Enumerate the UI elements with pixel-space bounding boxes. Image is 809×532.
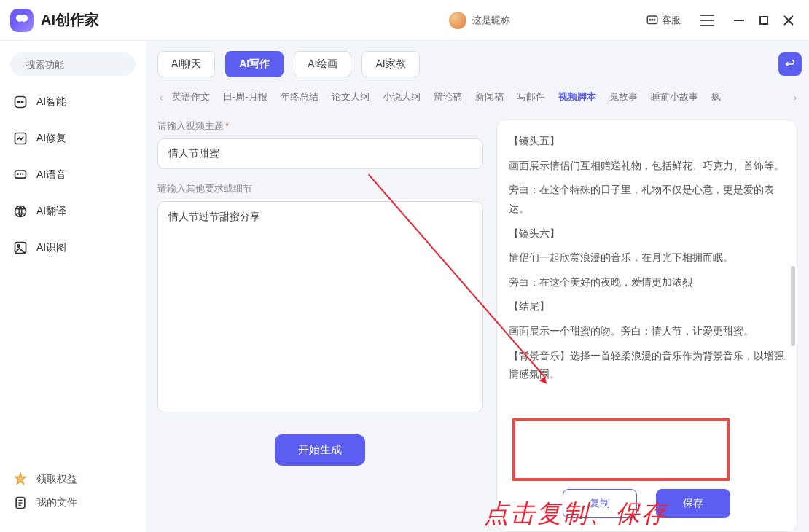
sidebar-bottom-label: 领取权益 <box>36 473 77 486</box>
detail-label: 请输入其他要求或细节 <box>157 182 483 195</box>
support-button[interactable]: 客服 <box>641 11 685 30</box>
sidebar-item-label: AI修复 <box>36 132 66 145</box>
subtab-9[interactable]: 鬼故事 <box>609 87 638 106</box>
nav-icon <box>13 204 28 219</box>
sidebar-bottom-item-1[interactable]: 我的文件 <box>10 491 136 515</box>
svg-point-3 <box>654 19 655 20</box>
app-name: AI创作家 <box>41 10 99 30</box>
sidebar-item-label: AI智能 <box>36 95 66 109</box>
nav-icon <box>13 240 28 255</box>
sidebar-item-2[interactable]: AI语音 <box>10 163 136 187</box>
output-line: 【结尾】 <box>509 297 785 316</box>
nav-icon <box>13 168 28 182</box>
chat-icon <box>646 14 659 27</box>
subtab-11[interactable]: 疯 <box>711 87 721 106</box>
menu-icon[interactable] <box>700 15 714 26</box>
output-line: 画面展示情侣们互相赠送礼物，包括鲜花、巧克力、首饰等。 <box>509 157 785 176</box>
close-icon <box>783 15 794 26</box>
maximize-button[interactable] <box>754 10 774 31</box>
detail-textarea[interactable] <box>157 201 483 412</box>
send-button[interactable] <box>778 52 802 76</box>
scrollbar-thumb[interactable] <box>791 266 795 346</box>
nav-list: AI智能AI修复AI语音AI翻译AI识图 <box>10 90 136 259</box>
subtabs-list: 英语作文日-周-月报年终总结论文大纲小说大纲辩论稿新闻稿写邮件视频脚本鬼故事睡前… <box>172 87 784 106</box>
output-line: 画面展示一个甜蜜的吻。旁白：情人节，让爱更甜蜜。 <box>509 322 785 341</box>
subtab-8[interactable]: 视频脚本 <box>558 87 596 106</box>
support-label: 客服 <box>662 14 681 27</box>
titlebar: AI创作家 这是昵称 客服 <box>0 0 809 41</box>
theme-label: 请输入视频主题* <box>157 120 483 133</box>
sidebar-bottom: 领取权益我的文件 <box>10 468 136 520</box>
nav-icon <box>13 95 28 109</box>
output-line: 【背景音乐】选择一首轻柔浪漫的音乐作为背景音乐，以增强情感氛围。 <box>509 347 785 384</box>
minimize-button[interactable] <box>729 10 749 31</box>
sidebar-item-label: AI翻译 <box>36 205 66 218</box>
output-line: 【镜头五】 <box>509 132 785 151</box>
tab-3[interactable]: AI家教 <box>361 51 419 77</box>
search-input[interactable] <box>26 59 149 70</box>
app-logo <box>10 9 34 32</box>
sidebar-item-4[interactable]: AI识图 <box>10 236 136 259</box>
output-line: 【镜头六】 <box>509 224 785 243</box>
tab-2[interactable]: AI绘画 <box>294 51 351 77</box>
copy-button[interactable]: 复制 <box>563 489 637 518</box>
svg-point-2 <box>652 19 653 20</box>
output-line: 情侣们一起欣赏浪漫的音乐，在月光下相拥而眠。 <box>509 249 785 267</box>
tab-1[interactable]: AI写作 <box>225 51 284 77</box>
sidebar-item-3[interactable]: AI翻译 <box>10 200 136 223</box>
content-row: 请输入视频主题* 请输入其他要求或细节 开始生成 【镜头五】 画面展示情侣们互相… <box>155 106 805 532</box>
subtab-10[interactable]: 睡前小故事 <box>651 87 698 106</box>
tabs-row: AI聊天AI写作AI绘画AI家教 <box>155 51 805 77</box>
nickname-label: 这是昵称 <box>472 14 510 27</box>
output-panel: 【镜头五】 画面展示情侣们互相赠送礼物，包括鲜花、巧克力、首饰等。 旁白：在这个… <box>496 120 797 532</box>
nav-icon <box>13 496 28 510</box>
sidebar-item-label: AI识图 <box>36 241 66 254</box>
close-button[interactable] <box>778 10 799 31</box>
form-panel: 请输入视频主题* 请输入其他要求或细节 开始生成 <box>157 120 483 532</box>
search-box[interactable] <box>10 52 136 76</box>
theme-input[interactable] <box>157 138 483 169</box>
subtabs-prev[interactable]: ‹ <box>155 90 168 103</box>
sidebar-item-0[interactable]: AI智能 <box>10 90 136 114</box>
app-body: AI智能AI修复AI语音AI翻译AI识图 领取权益我的文件 AI聊天AI写作AI… <box>0 41 809 532</box>
nav-icon <box>13 472 28 487</box>
main-area: AI聊天AI写作AI绘画AI家教 ‹ 英语作文日-周-月报年终总结论文大纲小说大… <box>146 41 809 532</box>
svg-point-9 <box>17 101 20 103</box>
subtab-1[interactable]: 日-周-月报 <box>223 87 267 106</box>
tab-0[interactable]: AI聊天 <box>157 51 215 77</box>
svg-rect-8 <box>15 97 26 108</box>
subtab-7[interactable]: 写邮件 <box>517 87 545 106</box>
subtabs-row: ‹ 英语作文日-周-月报年终总结论文大纲小说大纲辩论稿新闻稿写邮件视频脚本鬼故事… <box>155 77 805 106</box>
output-line: 旁白：在这个特殊的日子里，礼物不仅是心意，更是爱的表达。 <box>509 181 785 218</box>
sidebar-item-label: AI语音 <box>36 168 66 181</box>
arrow-return-icon <box>784 58 796 70</box>
save-button[interactable]: 保存 <box>656 489 730 518</box>
svg-point-1 <box>649 19 651 20</box>
sidebar-item-1[interactable]: AI修复 <box>10 127 136 150</box>
subtab-6[interactable]: 新闻稿 <box>475 87 504 106</box>
sidebar-bottom-item-0[interactable]: 领取权益 <box>10 468 136 491</box>
output-buttons: 复制 保存 <box>509 482 785 521</box>
sidebar-bottom-label: 我的文件 <box>36 496 77 509</box>
subtab-2[interactable]: 年终总结 <box>281 87 318 106</box>
sidebar: AI智能AI修复AI语音AI翻译AI识图 领取权益我的文件 <box>0 41 146 532</box>
avatar[interactable] <box>449 12 466 29</box>
svg-point-15 <box>17 245 20 247</box>
subtab-5[interactable]: 辩论稿 <box>434 87 462 106</box>
svg-point-13 <box>15 206 26 217</box>
svg-point-10 <box>21 101 23 103</box>
subtab-3[interactable]: 论文大纲 <box>332 87 370 106</box>
output-line: 旁白：在这个美好的夜晚，爱情更加浓烈 <box>509 273 785 292</box>
subtabs-next[interactable]: › <box>789 90 802 103</box>
generate-button[interactable]: 开始生成 <box>275 434 365 466</box>
nav-icon <box>13 131 28 146</box>
output-text: 【镜头五】 画面展示情侣们互相赠送礼物，包括鲜花、巧克力、首饰等。 旁白：在这个… <box>509 132 785 482</box>
subtab-4[interactable]: 小说大纲 <box>383 87 421 106</box>
subtab-0[interactable]: 英语作文 <box>172 87 210 106</box>
